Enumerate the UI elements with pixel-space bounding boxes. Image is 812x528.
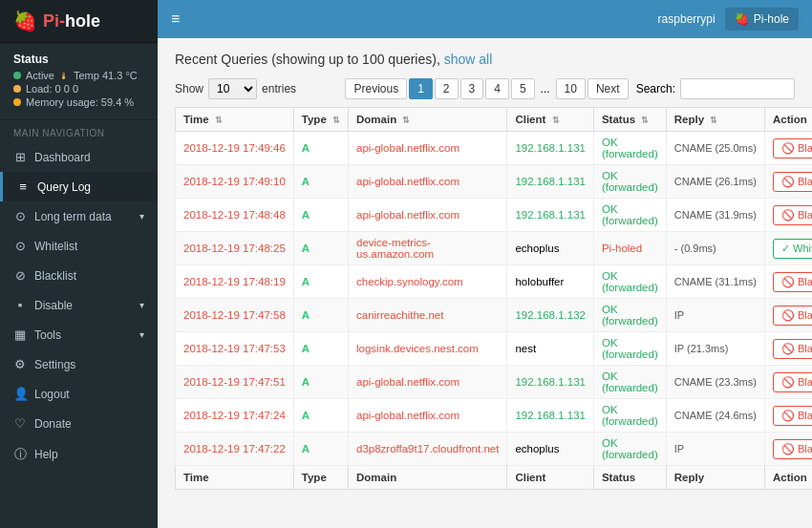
cell-action: 🚫 Blacklist [764,399,812,433]
donate-icon: ♡ [13,416,27,431]
sort-time-icon: ⇅ [215,116,223,125]
cell-action: 🚫 Blacklist [764,299,812,332]
blacklist-button[interactable]: 🚫 Blacklist [773,205,812,225]
dashboard-icon: ⊞ [13,150,27,164]
whitelist-button[interactable]: ✓ Whitelist [773,239,812,259]
nav-section-label: MAIN NAVIGATION [0,120,158,142]
cell-reply: CNAME (23.3ms) [666,366,764,399]
cell-domain: api-global.netflix.com [348,132,506,165]
status-panel: Status Active 🌡 Temp 41.3 °C Load: 0 0 0… [0,43,158,120]
page-1-button[interactable]: 1 [409,78,433,99]
active-status: Active 🌡 Temp 41.3 °C [13,70,144,81]
page-header: Recent Queries (showing up to 100 querie… [175,52,795,67]
sidebar-item-dashboard[interactable]: ⊞ Dashboard [0,142,158,172]
topbar-pihole-label: Pi-hole [754,12,789,26]
sort-client-icon: ⇅ [552,116,560,125]
th-reply[interactable]: Reply ⇅ [666,108,764,132]
table-row: 2018-12-19 17:49:46 A api-global.netflix… [176,132,813,165]
sidebar-item-settings[interactable]: ⚙ Settings [0,349,158,379]
th-action[interactable]: Action ⇅ [764,108,812,132]
cell-type: A [293,433,348,466]
cell-type: A [293,265,348,299]
disable-arrow: ▾ [139,300,144,310]
cell-reply: CNAME (24.6ms) [666,399,764,433]
cell-status: OK (forwarded) [593,433,666,466]
page-ellipsis: ... [537,82,554,95]
blacklist-button[interactable]: 🚫 Blacklist [773,439,812,459]
prev-button[interactable]: Previous [345,78,407,99]
cell-reply: IP [666,433,764,466]
th-time[interactable]: Time ⇅ [176,108,294,132]
blacklist-button[interactable]: 🚫 Blacklist [773,272,812,292]
status-title: Status [13,53,144,66]
tf-domain: Domain [348,466,506,490]
th-domain[interactable]: Domain ⇅ [348,108,506,132]
page-3-button[interactable]: 3 [460,78,484,99]
cell-status: OK (forwarded) [593,132,666,165]
sort-status-icon: ⇅ [641,116,649,125]
sidebar-item-blacklist[interactable]: ⊘ Blacklist [0,261,158,290]
page-4-button[interactable]: 4 [485,78,509,99]
sidebar-item-tools[interactable]: ▦ Tools ▾ [0,320,158,349]
longterm-arrow: ▾ [139,211,144,222]
sidebar-item-longterm[interactable]: ⊙ Long term data ▾ [0,201,158,231]
sidebar-item-querylog[interactable]: ≡ Query Log [0,172,158,201]
th-status[interactable]: Status ⇅ [593,108,666,132]
cell-time: 2018-12-19 17:47:24 [176,399,294,433]
sidebar-item-donate[interactable]: ♡ Donate [0,409,158,438]
blacklist-button[interactable]: 🚫 Blacklist [773,339,812,359]
cell-reply: IP [666,299,764,332]
cell-client: 192.168.1.131 [507,165,594,199]
blacklist-button[interactable]: 🚫 Blacklist [773,406,812,426]
search-box: Search: [636,78,795,99]
page-2-button[interactable]: 2 [435,78,459,99]
cell-action: ✓ Whitelist [764,232,812,265]
cell-status: OK (forwarded) [593,299,666,332]
blacklist-button[interactable]: 🚫 Blacklist [773,372,812,392]
memory-status: Memory usage: 59.4 % [13,96,144,108]
th-client[interactable]: Client ⇅ [507,108,594,132]
sidebar-item-label: Donate [34,417,72,431]
cell-reply: CNAME (25.0ms) [666,132,764,165]
cell-action: 🚫 Blacklist [764,366,812,399]
next-button[interactable]: Next [588,78,629,99]
search-input[interactable] [680,78,795,99]
cell-time: 2018-12-19 17:48:25 [176,232,294,265]
menu-toggle[interactable]: ≡ [171,11,180,28]
sidebar-item-disable[interactable]: ▪ Disable ▾ [0,290,158,320]
sidebar-item-logout[interactable]: 👤 Logout [0,379,158,409]
cell-reply: CNAME (31.9ms) [666,199,764,232]
table-row: 2018-12-19 17:48:25 A device-metrics-us.… [176,232,813,265]
cell-action: 🚫 Blacklist [764,265,812,299]
page-10-button[interactable]: 10 [556,78,586,99]
cell-action: 🚫 Blacklist [764,332,812,366]
cell-time: 2018-12-19 17:49:10 [176,165,294,199]
th-type[interactable]: Type ⇅ [293,108,348,132]
page-5-button[interactable]: 5 [511,78,535,99]
sidebar-item-help[interactable]: ⓘ Help [0,438,158,471]
cell-domain: canirreachithe.net [348,299,506,332]
blacklist-icon: ⊘ [13,268,27,283]
search-label: Search: [636,82,675,95]
blacklist-button[interactable]: 🚫 Blacklist [773,172,812,192]
show-all-link[interactable]: show all [444,52,493,67]
cell-reply: - (0.9ms) [666,232,764,265]
sidebar-logo: 🍓 Pi-hole [0,0,158,43]
cell-status: OK (forwarded) [593,165,666,199]
topbar-pihole-btn[interactable]: 🍓 Pi-hole [725,8,799,31]
cell-domain: d3p8zroffa9t17.cloudfront.net [348,433,506,466]
sidebar-item-label: Tools [34,328,61,342]
table-controls-top: Show 10 25 50 100 entries Previous 1 2 3… [175,78,795,99]
temp-icon: 🌡 [59,71,69,81]
blacklist-button[interactable]: 🚫 Blacklist [773,306,812,326]
longterm-icon: ⊙ [13,209,27,223]
content-area: Recent Queries (showing up to 100 querie… [158,38,812,528]
sidebar-item-whitelist[interactable]: ⊙ Whitelist [0,231,158,261]
cell-type: A [293,199,348,232]
cell-time: 2018-12-19 17:47:22 [176,433,294,466]
blacklist-button[interactable]: 🚫 Blacklist [773,138,812,158]
topbar: ≡ raspberrypi 🍓 Pi-hole [158,0,812,38]
main-area: ≡ raspberrypi 🍓 Pi-hole Recent Queries (… [158,0,812,528]
table-row: 2018-12-19 17:48:19 A checkip.synology.c… [176,265,813,299]
entries-select[interactable]: 10 25 50 100 [208,78,257,99]
